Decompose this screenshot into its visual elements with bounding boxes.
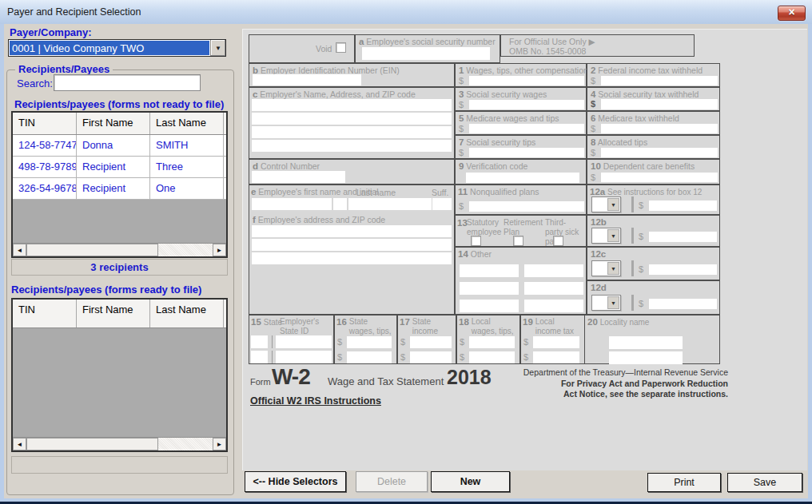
employer-zip-input[interactable] bbox=[252, 140, 452, 152]
box19-input[interactable] bbox=[533, 351, 579, 363]
employee-address2-input[interactable] bbox=[252, 239, 452, 251]
state-id-input[interactable] bbox=[276, 351, 332, 363]
table-row[interactable]: 124-58-7747 Donna SMITH bbox=[13, 135, 226, 157]
employee-zip-input[interactable] bbox=[252, 252, 452, 264]
payer-combobox[interactable]: 0001 | Video Company TWO ▼ bbox=[8, 39, 226, 57]
box12b-amount-input[interactable] bbox=[649, 232, 717, 242]
divider bbox=[631, 228, 634, 244]
box14-input[interactable] bbox=[460, 282, 519, 295]
box-label: Allocated tips bbox=[598, 137, 647, 147]
box12c-code-dropdown[interactable]: ▼ bbox=[591, 260, 621, 276]
state-input[interactable] bbox=[251, 351, 268, 363]
box12c-amount-input[interactable] bbox=[649, 264, 717, 275]
box5-input[interactable] bbox=[469, 124, 584, 133]
box14-input[interactable] bbox=[524, 300, 583, 312]
print-button[interactable]: Print bbox=[647, 473, 721, 492]
box8-input[interactable] bbox=[601, 148, 718, 157]
box18-input[interactable] bbox=[469, 336, 515, 348]
box20-input[interactable] bbox=[609, 351, 683, 364]
chevron-down-icon[interactable]: ▼ bbox=[607, 229, 619, 242]
w2-box-9: 9 Verification code bbox=[455, 159, 587, 185]
employee-last-name-input[interactable] bbox=[348, 198, 432, 210]
chevron-down-icon[interactable]: ▼ bbox=[607, 296, 619, 309]
employee-first-name-input[interactable] bbox=[252, 198, 332, 210]
employee-initial-input[interactable] bbox=[333, 198, 347, 210]
official-w2-instructions-link[interactable]: Official W2 IRS Instructions bbox=[250, 395, 381, 407]
box20-input[interactable] bbox=[609, 336, 683, 349]
box-label: Federal income tax withheld bbox=[598, 65, 703, 75]
column-header-last-name: Last Name bbox=[150, 300, 224, 327]
close-button[interactable]: × bbox=[778, 6, 806, 21]
box1-input[interactable] bbox=[469, 76, 584, 85]
box3-input[interactable] bbox=[469, 100, 584, 109]
third-party-sick-pay-checkbox[interactable] bbox=[553, 236, 563, 246]
box12a-code-dropdown[interactable]: ▼ bbox=[591, 196, 621, 212]
box12d-amount-input[interactable] bbox=[649, 299, 717, 309]
box14-input[interactable] bbox=[460, 264, 519, 277]
employer-name-input[interactable] bbox=[252, 99, 452, 111]
box-label: Verification code bbox=[466, 161, 527, 171]
box14-input[interactable] bbox=[460, 300, 519, 312]
box12d-code-dropdown[interactable]: ▼ bbox=[591, 295, 621, 311]
scroll-left-button[interactable]: ◄ bbox=[13, 438, 26, 450]
scroll-right-button[interactable]: ► bbox=[213, 438, 226, 450]
omb-number-label: OMB No. 1545-0008 bbox=[509, 46, 586, 56]
save-button[interactable]: Save bbox=[727, 473, 802, 492]
box18-input[interactable] bbox=[469, 351, 515, 363]
employee-address-input[interactable] bbox=[252, 225, 452, 237]
box19-input[interactable] bbox=[533, 336, 579, 348]
new-button[interactable]: New bbox=[431, 471, 510, 492]
box4-input[interactable] bbox=[601, 99, 718, 109]
w2-box-ef: e Employee's first name and initial Last… bbox=[249, 185, 455, 315]
chevron-down-icon[interactable]: ▼ bbox=[607, 262, 619, 275]
currency-symbol: $ bbox=[591, 124, 595, 133]
employee-suffix-input[interactable] bbox=[432, 198, 452, 210]
ein-input[interactable] bbox=[253, 74, 361, 85]
box16-input[interactable] bbox=[347, 336, 392, 348]
control-number-input[interactable] bbox=[252, 171, 345, 183]
box14-input[interactable] bbox=[524, 264, 583, 277]
scrollbar-thumb[interactable] bbox=[26, 244, 158, 256]
currency-symbol: $ bbox=[337, 352, 342, 362]
scroll-right-button[interactable]: ► bbox=[213, 244, 226, 256]
retirement-plan-checkbox[interactable] bbox=[513, 236, 523, 246]
scroll-right-icon: ► bbox=[217, 247, 223, 254]
scroll-left-button[interactable]: ◄ bbox=[13, 244, 26, 256]
ssn-input[interactable] bbox=[362, 47, 490, 60]
horizontal-scrollbar[interactable]: ◄ ► bbox=[13, 437, 226, 450]
hide-selectors-button[interactable]: <-- Hide Selectors bbox=[245, 471, 346, 492]
box16-input[interactable] bbox=[347, 351, 392, 363]
cell-first-name: Recipient bbox=[77, 157, 150, 177]
box17-input[interactable] bbox=[410, 351, 452, 363]
box7-input[interactable] bbox=[469, 148, 584, 157]
state-input[interactable] bbox=[251, 335, 268, 348]
employer-address2-input[interactable] bbox=[252, 126, 452, 138]
box12a-amount-input[interactable] bbox=[649, 200, 717, 211]
table-row[interactable]: 326-54-9678 Recipient One bbox=[13, 178, 226, 200]
scrollbar-thumb[interactable] bbox=[26, 438, 158, 450]
w2-box-20: 20 Locality name bbox=[584, 315, 720, 364]
employer-address-input[interactable] bbox=[252, 113, 452, 125]
box11-input[interactable] bbox=[469, 201, 584, 212]
box12b-code-dropdown[interactable]: ▼ bbox=[591, 228, 621, 244]
payer-combo-dropdown-button[interactable]: ▼ bbox=[210, 40, 225, 56]
box-label: Social security tips bbox=[466, 137, 535, 147]
box2-input[interactable] bbox=[601, 76, 718, 85]
scrollbar-track[interactable] bbox=[158, 244, 213, 256]
currency-symbol: $ bbox=[591, 99, 595, 109]
chevron-down-icon[interactable]: ▼ bbox=[607, 198, 619, 211]
box14-input[interactable] bbox=[524, 282, 583, 295]
scrollbar-track[interactable] bbox=[158, 438, 213, 450]
box6-input[interactable] bbox=[601, 124, 718, 133]
horizontal-scrollbar[interactable]: ◄ ► bbox=[13, 243, 226, 256]
table-header-row: TIN First Name Last Name bbox=[13, 113, 226, 135]
table-row[interactable]: 498-78-9789 Recipient Three bbox=[13, 157, 226, 178]
search-input[interactable] bbox=[54, 74, 201, 91]
box9-input[interactable] bbox=[466, 173, 579, 183]
box10-input[interactable] bbox=[601, 173, 718, 182]
w2-box-18: 18 Local wages, tips, etc. $ $ bbox=[456, 315, 520, 364]
state-id-input[interactable] bbox=[276, 335, 332, 348]
box17-input[interactable] bbox=[410, 336, 452, 348]
statutory-employee-checkbox[interactable] bbox=[471, 236, 481, 246]
void-checkbox[interactable] bbox=[336, 42, 346, 53]
